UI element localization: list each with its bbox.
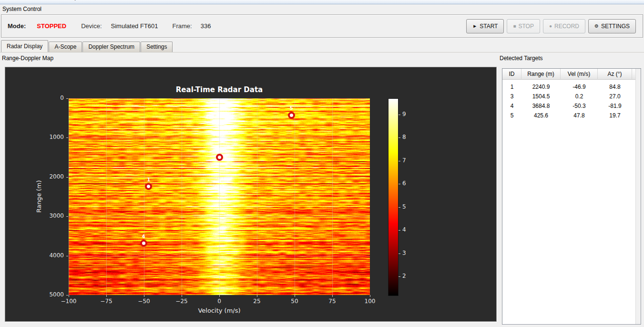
tab-bar: Radar DisplayA-ScopeDoppler SpectrumSett…: [1, 41, 173, 52]
stop-button-label: STOP: [518, 23, 533, 30]
stop-icon: ■: [513, 23, 516, 29]
x-tick-label: −25: [171, 298, 192, 305]
colorbar-tick-mark: [399, 207, 400, 208]
y-axis-label: Range (m): [35, 173, 42, 221]
tab-doppler-spectrum[interactable]: Doppler Spectrum: [82, 42, 140, 52]
cell-id: 4: [502, 103, 521, 109]
start-button[interactable]: ►START: [466, 19, 504, 33]
y-tick-mark: [66, 295, 68, 295]
column-header-vel[interactable]: Vel (m/s): [561, 69, 598, 80]
frame-label: Frame:: [173, 22, 192, 30]
x-tick-mark: [257, 295, 257, 297]
cell-vel: 0.2: [561, 93, 598, 100]
cell-az: 27.0: [598, 93, 632, 100]
y-tick-mark: [66, 137, 68, 138]
target-marker-label: 3: [215, 148, 225, 153]
record-button: ●RECORD: [543, 19, 585, 33]
device-label: Device:: [81, 22, 102, 30]
menu-bar: FileViewToolsHelp: [0, 0, 644, 4]
y-tick-label: 4000: [34, 252, 64, 259]
column-header-range[interactable]: Range (m): [521, 69, 561, 80]
colorbar-tick-mark: [399, 230, 400, 231]
table-row[interactable]: 5425.647.819.7: [502, 111, 636, 120]
target-marker-label: 1: [144, 177, 153, 182]
detected-targets-table: IDRange (m)Vel (m/s)Az (°) 12240.9-46.98…: [502, 68, 641, 325]
mode-value: STOPPED: [37, 22, 66, 30]
table-scrollbar[interactable]: [635, 69, 641, 324]
settings-button[interactable]: ⚙SETTINGS: [588, 19, 636, 33]
plot-title: Real-Time Radar Data: [69, 85, 370, 94]
detected-targets-label: Detected Targets: [500, 55, 543, 62]
y-tick-mark: [66, 256, 68, 256]
cell-az: -81.9: [598, 103, 632, 109]
system-control-title: System Control: [2, 6, 41, 12]
cell-id: 1: [502, 84, 521, 90]
tab-radar-display[interactable]: Radar Display: [1, 40, 48, 52]
cell-id: 3: [502, 93, 521, 100]
settings-button-label: SETTINGS: [601, 23, 630, 30]
x-axis-label: Velocity (m/s): [69, 307, 370, 314]
colorbar-tick-mark: [399, 184, 400, 184]
column-header-az[interactable]: Az (°): [598, 69, 632, 80]
table-row[interactable]: 31504.50.227.0: [502, 92, 636, 101]
tabbar-underline: [0, 52, 644, 53]
menu-item-view[interactable]: View: [19, 0, 40, 0]
colorbar-tick-mark: [399, 115, 400, 115]
x-tick-mark: [106, 295, 107, 297]
target-marker-4: [140, 240, 147, 247]
table-row[interactable]: 43684.8-50.3-81.9: [502, 101, 636, 111]
y-tick-mark: [66, 216, 68, 217]
range-doppler-map-label: Range-Doppler Map: [2, 55, 53, 62]
x-tick-label: 100: [359, 298, 380, 305]
colorbar-tick-label: 9: [402, 111, 412, 117]
x-tick-mark: [370, 295, 370, 297]
cell-range: 425.6: [521, 112, 561, 119]
tab-settings[interactable]: Settings: [141, 42, 173, 52]
record-icon: ●: [549, 23, 552, 29]
colorbar-tick-label: 8: [402, 134, 412, 140]
target-marker-label: 5: [286, 105, 296, 111]
y-tick-mark: [66, 177, 68, 178]
start-icon: ►: [472, 23, 477, 29]
radar-app-window: { "menu": {"items": ["File", "View", "To…: [0, 0, 644, 327]
y-tick-mark: [66, 98, 68, 99]
x-tick-mark: [219, 295, 220, 297]
cell-vel: -46.9: [561, 84, 598, 90]
stop-button: ■STOP: [507, 19, 540, 33]
system-control-panel: Mode: STOPPED Device: Simulated FT601 Fr…: [1, 14, 643, 38]
colorbar-tick-mark: [399, 137, 400, 138]
menu-item-help[interactable]: Help: [61, 0, 82, 0]
x-tick-label: 75: [322, 298, 343, 305]
colorbar-tick-label: 4: [402, 226, 412, 233]
x-tick-label: 25: [246, 298, 267, 305]
menu-item-tools[interactable]: Tools: [40, 0, 61, 0]
cell-range: 2240.9: [521, 84, 561, 90]
y-tick-label: 5000: [34, 291, 64, 298]
menu-item-file[interactable]: File: [1, 0, 19, 0]
cell-id: 5: [502, 112, 521, 119]
colorbar-tick-label: 5: [402, 203, 412, 210]
x-tick-label: −100: [58, 298, 79, 305]
colorbar-tick-label: 3: [402, 250, 412, 256]
settings-icon: ⚙: [594, 23, 599, 29]
frame-value: 336: [201, 22, 211, 30]
target-marker-label: 4: [139, 234, 148, 239]
colorbar-tick-mark: [399, 161, 400, 161]
cell-az: 84.8: [598, 84, 632, 90]
cell-vel: 47.8: [561, 112, 598, 119]
x-tick-mark: [295, 295, 295, 297]
x-tick-mark: [332, 295, 333, 297]
x-tick-mark: [144, 295, 144, 297]
x-tick-label: −50: [133, 298, 154, 305]
table-row[interactable]: 12240.9-46.984.8: [502, 82, 636, 92]
range-doppler-plot-panel: Real-Time Radar Data −100−75−50−25025507…: [5, 67, 497, 322]
column-header-id[interactable]: ID: [502, 69, 521, 80]
x-tick-label: 0: [209, 298, 230, 305]
colorbar-tick-label: 2: [402, 273, 412, 279]
cell-vel: -50.3: [561, 103, 598, 109]
x-tick-label: 50: [284, 298, 305, 305]
tab-a-scope[interactable]: A-Scope: [49, 42, 82, 52]
cell-az: 19.7: [598, 112, 632, 119]
y-tick-label: 0: [34, 95, 64, 101]
target-marker-5: [288, 112, 295, 119]
